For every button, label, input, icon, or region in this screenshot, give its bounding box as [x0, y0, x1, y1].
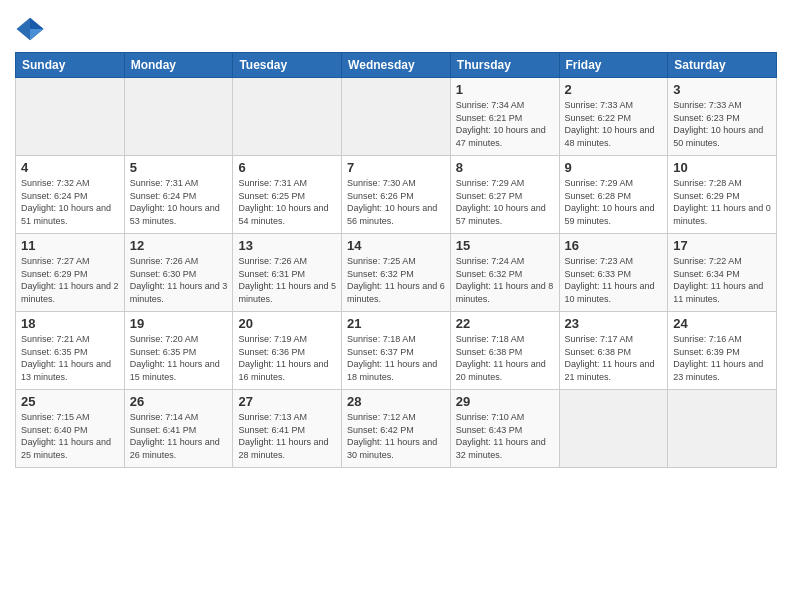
- day-number: 7: [347, 160, 445, 175]
- calendar-cell: [668, 390, 777, 468]
- calendar-cell: 29Sunrise: 7:10 AM Sunset: 6:43 PM Dayli…: [450, 390, 559, 468]
- calendar-cell: 6Sunrise: 7:31 AM Sunset: 6:25 PM Daylig…: [233, 156, 342, 234]
- calendar-table: SundayMondayTuesdayWednesdayThursdayFrid…: [15, 52, 777, 468]
- day-info: Sunrise: 7:31 AM Sunset: 6:24 PM Dayligh…: [130, 177, 228, 227]
- day-info: Sunrise: 7:14 AM Sunset: 6:41 PM Dayligh…: [130, 411, 228, 461]
- day-info: Sunrise: 7:28 AM Sunset: 6:29 PM Dayligh…: [673, 177, 771, 227]
- calendar-cell: 20Sunrise: 7:19 AM Sunset: 6:36 PM Dayli…: [233, 312, 342, 390]
- calendar-cell: 23Sunrise: 7:17 AM Sunset: 6:38 PM Dayli…: [559, 312, 668, 390]
- day-number: 13: [238, 238, 336, 253]
- calendar-cell: 25Sunrise: 7:15 AM Sunset: 6:40 PM Dayli…: [16, 390, 125, 468]
- calendar-cell: [16, 78, 125, 156]
- day-info: Sunrise: 7:25 AM Sunset: 6:32 PM Dayligh…: [347, 255, 445, 305]
- day-number: 9: [565, 160, 663, 175]
- day-number: 20: [238, 316, 336, 331]
- day-number: 14: [347, 238, 445, 253]
- calendar-cell: 1Sunrise: 7:34 AM Sunset: 6:21 PM Daylig…: [450, 78, 559, 156]
- day-info: Sunrise: 7:24 AM Sunset: 6:32 PM Dayligh…: [456, 255, 554, 305]
- day-number: 11: [21, 238, 119, 253]
- day-number: 23: [565, 316, 663, 331]
- weekday-header-tuesday: Tuesday: [233, 53, 342, 78]
- day-info: Sunrise: 7:15 AM Sunset: 6:40 PM Dayligh…: [21, 411, 119, 461]
- calendar-cell: 22Sunrise: 7:18 AM Sunset: 6:38 PM Dayli…: [450, 312, 559, 390]
- calendar-cell: 18Sunrise: 7:21 AM Sunset: 6:35 PM Dayli…: [16, 312, 125, 390]
- day-info: Sunrise: 7:18 AM Sunset: 6:37 PM Dayligh…: [347, 333, 445, 383]
- calendar-cell: 2Sunrise: 7:33 AM Sunset: 6:22 PM Daylig…: [559, 78, 668, 156]
- week-row-3: 11Sunrise: 7:27 AM Sunset: 6:29 PM Dayli…: [16, 234, 777, 312]
- weekday-header-wednesday: Wednesday: [342, 53, 451, 78]
- day-info: Sunrise: 7:17 AM Sunset: 6:38 PM Dayligh…: [565, 333, 663, 383]
- weekday-header-thursday: Thursday: [450, 53, 559, 78]
- day-info: Sunrise: 7:19 AM Sunset: 6:36 PM Dayligh…: [238, 333, 336, 383]
- day-info: Sunrise: 7:33 AM Sunset: 6:23 PM Dayligh…: [673, 99, 771, 149]
- day-number: 29: [456, 394, 554, 409]
- day-info: Sunrise: 7:30 AM Sunset: 6:26 PM Dayligh…: [347, 177, 445, 227]
- day-number: 1: [456, 82, 554, 97]
- day-info: Sunrise: 7:31 AM Sunset: 6:25 PM Dayligh…: [238, 177, 336, 227]
- week-row-5: 25Sunrise: 7:15 AM Sunset: 6:40 PM Dayli…: [16, 390, 777, 468]
- day-info: Sunrise: 7:33 AM Sunset: 6:22 PM Dayligh…: [565, 99, 663, 149]
- calendar-cell: 11Sunrise: 7:27 AM Sunset: 6:29 PM Dayli…: [16, 234, 125, 312]
- weekday-row: SundayMondayTuesdayWednesdayThursdayFrid…: [16, 53, 777, 78]
- calendar-cell: 21Sunrise: 7:18 AM Sunset: 6:37 PM Dayli…: [342, 312, 451, 390]
- day-number: 24: [673, 316, 771, 331]
- day-number: 15: [456, 238, 554, 253]
- weekday-header-saturday: Saturday: [668, 53, 777, 78]
- day-info: Sunrise: 7:10 AM Sunset: 6:43 PM Dayligh…: [456, 411, 554, 461]
- day-number: 26: [130, 394, 228, 409]
- day-number: 18: [21, 316, 119, 331]
- calendar-cell: [233, 78, 342, 156]
- weekday-header-monday: Monday: [124, 53, 233, 78]
- calendar-cell: [124, 78, 233, 156]
- day-number: 16: [565, 238, 663, 253]
- day-info: Sunrise: 7:23 AM Sunset: 6:33 PM Dayligh…: [565, 255, 663, 305]
- calendar-cell: 17Sunrise: 7:22 AM Sunset: 6:34 PM Dayli…: [668, 234, 777, 312]
- calendar-cell: [342, 78, 451, 156]
- week-row-4: 18Sunrise: 7:21 AM Sunset: 6:35 PM Dayli…: [16, 312, 777, 390]
- logo-icon: [15, 14, 45, 44]
- page: SundayMondayTuesdayWednesdayThursdayFrid…: [0, 0, 792, 612]
- calendar-cell: 12Sunrise: 7:26 AM Sunset: 6:30 PM Dayli…: [124, 234, 233, 312]
- calendar-cell: 7Sunrise: 7:30 AM Sunset: 6:26 PM Daylig…: [342, 156, 451, 234]
- day-number: 3: [673, 82, 771, 97]
- calendar-cell: [559, 390, 668, 468]
- weekday-header-sunday: Sunday: [16, 53, 125, 78]
- day-number: 4: [21, 160, 119, 175]
- logo: [15, 14, 49, 44]
- day-info: Sunrise: 7:22 AM Sunset: 6:34 PM Dayligh…: [673, 255, 771, 305]
- day-number: 8: [456, 160, 554, 175]
- calendar-cell: 10Sunrise: 7:28 AM Sunset: 6:29 PM Dayli…: [668, 156, 777, 234]
- day-info: Sunrise: 7:12 AM Sunset: 6:42 PM Dayligh…: [347, 411, 445, 461]
- calendar-cell: 13Sunrise: 7:26 AM Sunset: 6:31 PM Dayli…: [233, 234, 342, 312]
- week-row-1: 1Sunrise: 7:34 AM Sunset: 6:21 PM Daylig…: [16, 78, 777, 156]
- header: [15, 10, 777, 44]
- week-row-2: 4Sunrise: 7:32 AM Sunset: 6:24 PM Daylig…: [16, 156, 777, 234]
- calendar-cell: 27Sunrise: 7:13 AM Sunset: 6:41 PM Dayli…: [233, 390, 342, 468]
- svg-marker-1: [30, 18, 44, 29]
- calendar-cell: 24Sunrise: 7:16 AM Sunset: 6:39 PM Dayli…: [668, 312, 777, 390]
- day-info: Sunrise: 7:13 AM Sunset: 6:41 PM Dayligh…: [238, 411, 336, 461]
- day-info: Sunrise: 7:20 AM Sunset: 6:35 PM Dayligh…: [130, 333, 228, 383]
- day-number: 25: [21, 394, 119, 409]
- calendar-cell: 5Sunrise: 7:31 AM Sunset: 6:24 PM Daylig…: [124, 156, 233, 234]
- calendar-cell: 3Sunrise: 7:33 AM Sunset: 6:23 PM Daylig…: [668, 78, 777, 156]
- day-number: 2: [565, 82, 663, 97]
- svg-marker-2: [30, 29, 44, 40]
- calendar-cell: 9Sunrise: 7:29 AM Sunset: 6:28 PM Daylig…: [559, 156, 668, 234]
- day-number: 19: [130, 316, 228, 331]
- calendar-cell: 28Sunrise: 7:12 AM Sunset: 6:42 PM Dayli…: [342, 390, 451, 468]
- day-number: 6: [238, 160, 336, 175]
- calendar-header: SundayMondayTuesdayWednesdayThursdayFrid…: [16, 53, 777, 78]
- day-number: 28: [347, 394, 445, 409]
- weekday-header-friday: Friday: [559, 53, 668, 78]
- day-number: 22: [456, 316, 554, 331]
- calendar-cell: 16Sunrise: 7:23 AM Sunset: 6:33 PM Dayli…: [559, 234, 668, 312]
- calendar-cell: 4Sunrise: 7:32 AM Sunset: 6:24 PM Daylig…: [16, 156, 125, 234]
- day-number: 21: [347, 316, 445, 331]
- day-number: 5: [130, 160, 228, 175]
- calendar-cell: 26Sunrise: 7:14 AM Sunset: 6:41 PM Dayli…: [124, 390, 233, 468]
- calendar-cell: 15Sunrise: 7:24 AM Sunset: 6:32 PM Dayli…: [450, 234, 559, 312]
- day-info: Sunrise: 7:32 AM Sunset: 6:24 PM Dayligh…: [21, 177, 119, 227]
- day-info: Sunrise: 7:29 AM Sunset: 6:28 PM Dayligh…: [565, 177, 663, 227]
- day-info: Sunrise: 7:16 AM Sunset: 6:39 PM Dayligh…: [673, 333, 771, 383]
